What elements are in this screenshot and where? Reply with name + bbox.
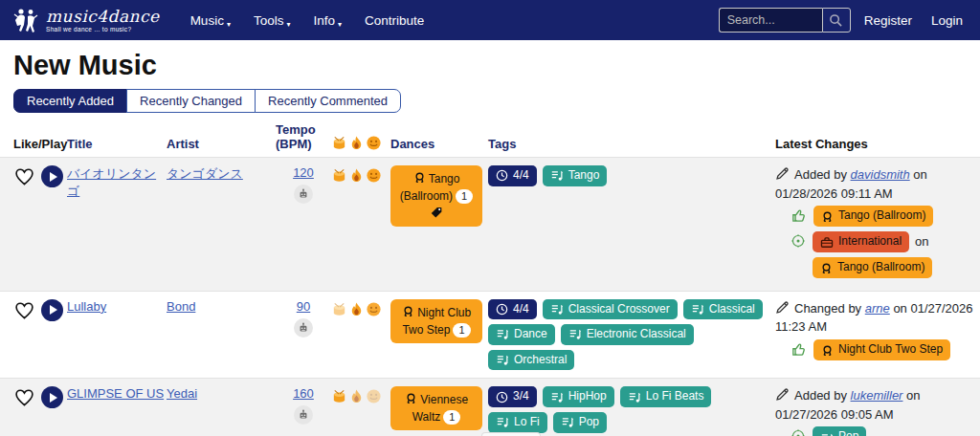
- pagination-button-partial[interactable]: [481, 432, 541, 436]
- play-button[interactable]: [41, 386, 63, 408]
- song-title-link[interactable]: バイオリンタンゴ: [67, 166, 156, 198]
- play-button[interactable]: [41, 299, 63, 321]
- user-link[interactable]: davidsmith: [851, 167, 910, 182]
- robot-icon: [298, 188, 309, 200]
- style-tag-pill[interactable]: International: [813, 231, 909, 252]
- column-header-artist[interactable]: Artist: [167, 137, 276, 151]
- table-row: バイオリンタンゴ タンゴダンス 120 Tango (Ballroom)1 4/…: [0, 157, 980, 291]
- nav-item-info[interactable]: Info▾: [303, 8, 351, 33]
- column-header-latest-changes: Latest Changes: [775, 137, 980, 151]
- tempo-link[interactable]: 160: [293, 386, 314, 401]
- music-tag-pill[interactable]: Pop: [813, 426, 866, 436]
- drum-icon: [331, 167, 347, 184]
- clock-icon: [496, 303, 508, 316]
- nav-item-contribute[interactable]: Contribute: [355, 8, 434, 33]
- page-title: New Music: [13, 50, 980, 81]
- column-header-emojis: [331, 135, 390, 151]
- clock-icon: [496, 391, 508, 403]
- fire-icon: [348, 301, 365, 317]
- table-row: GLIMPSE OF US Yedai 160 Viennese Waltz1 …: [0, 378, 980, 436]
- artist-link[interactable]: Bond: [167, 299, 195, 314]
- dance-tag-pill[interactable]: Night Club Two Step: [813, 339, 950, 360]
- music-tag-pill[interactable]: Electronic Classical: [561, 324, 694, 345]
- column-header-title[interactable]: Title: [67, 137, 167, 151]
- change-entry: InternationalonTango (Ballroom): [775, 231, 974, 278]
- music-tag-pill[interactable]: Lo Fi: [488, 412, 547, 433]
- like-button[interactable]: [13, 387, 35, 407]
- tab-recently-commented[interactable]: Recently Commented: [255, 89, 401, 113]
- tab-group: Recently AddedRecently ChangedRecently C…: [13, 89, 401, 113]
- play-icon: [41, 299, 63, 321]
- nav-item-music[interactable]: Music▾: [181, 8, 240, 33]
- time-tag-pill[interactable]: 4/4: [488, 165, 537, 186]
- music-tag-pill[interactable]: Classical Crossover: [543, 299, 678, 320]
- robot-tempo-badge: [294, 185, 313, 204]
- dance-count-badge: 1: [453, 323, 470, 338]
- music-list-icon: [820, 432, 834, 436]
- song-title-link[interactable]: GLIMPSE OF US: [67, 386, 164, 401]
- music-tag-pill[interactable]: Lo Fi Beats: [620, 386, 712, 407]
- register-link[interactable]: Register: [858, 10, 918, 32]
- change-entry: Pop: [775, 426, 974, 436]
- briefcase-icon: [820, 236, 834, 249]
- table-body: バイオリンタンゴ タンゴダンス 120 Tango (Ballroom)1 4/…: [0, 157, 980, 436]
- music-tag-pill[interactable]: Pop: [553, 412, 607, 433]
- music-tag-pill[interactable]: Orchestral: [488, 350, 574, 371]
- dance-count-badge: 1: [456, 189, 473, 204]
- table-header-row: Like/Play Title Artist Tempo (BPM) Dance…: [0, 113, 980, 157]
- column-header-like-play: Like/Play: [13, 137, 67, 151]
- login-link[interactable]: Login: [925, 10, 969, 32]
- user-link[interactable]: lukemiller: [851, 388, 903, 403]
- brand-link[interactable]: music4dance Shall we dance ... to music?: [11, 7, 160, 33]
- dance-button[interactable]: Night Club Two Step1: [390, 299, 482, 343]
- play-button[interactable]: [41, 165, 63, 187]
- music-tag-pill[interactable]: HipHop: [543, 386, 614, 407]
- tempo-link[interactable]: 90: [297, 299, 310, 314]
- dance-tag-pill[interactable]: Tango (Ballroom): [813, 257, 932, 278]
- robot-tempo-badge: [294, 405, 313, 425]
- search-input[interactable]: [719, 8, 822, 33]
- nav-item-tools[interactable]: Tools▾: [244, 8, 301, 33]
- smiley-icon: [366, 301, 382, 317]
- dance-button[interactable]: Tango (Ballroom)1: [390, 165, 482, 227]
- column-header-dances[interactable]: Dances: [390, 137, 488, 151]
- song-title-link[interactable]: Lullaby: [67, 299, 106, 314]
- brand-name: music4dance: [46, 9, 160, 25]
- dance-button[interactable]: Viennese Waltz1: [390, 386, 482, 430]
- change-entry: Changed by arne on 01/27/2026 11:23 AM: [775, 299, 974, 337]
- search-button[interactable]: [822, 8, 851, 33]
- music-tag-pill[interactable]: Dance: [488, 324, 555, 345]
- dance-tag-pill[interactable]: Tango (Ballroom): [813, 206, 933, 227]
- fire-icon: [348, 167, 365, 184]
- change-entry: Tango (Ballroom): [775, 206, 974, 227]
- tab-recently-added[interactable]: Recently Added: [13, 89, 127, 113]
- music-list-icon: [550, 303, 564, 316]
- column-header-tempo[interactable]: Tempo (BPM): [276, 122, 325, 151]
- artist-link[interactable]: Yedai: [167, 386, 197, 401]
- like-button[interactable]: [13, 166, 35, 186]
- smiley-icon: [366, 388, 382, 404]
- music-list-icon: [550, 169, 564, 182]
- like-button[interactable]: [13, 300, 35, 320]
- dance-count-badge: 1: [443, 410, 460, 425]
- time-tag-pill[interactable]: 4/4: [488, 299, 537, 320]
- drum-icon: [331, 301, 347, 317]
- tab-recently-changed[interactable]: Recently Changed: [126, 89, 256, 113]
- medal-icon: [821, 344, 834, 358]
- robot-icon: [298, 322, 309, 334]
- tempo-link[interactable]: 120: [293, 165, 314, 180]
- column-header-tags[interactable]: Tags: [488, 137, 775, 151]
- pencil-icon: [775, 166, 790, 181]
- artist-link[interactable]: タンゴダンス: [167, 166, 243, 181]
- play-icon: [41, 165, 63, 187]
- nav-menu: Music▾Tools▾Info▾Contribute: [181, 8, 434, 33]
- change-entry: Night Club Two Step: [775, 339, 974, 360]
- smiley-icon: [366, 167, 382, 184]
- time-tag-pill[interactable]: 3/4: [488, 386, 537, 407]
- medal-icon: [405, 392, 417, 405]
- user-link[interactable]: arne: [865, 301, 890, 316]
- search-icon: [829, 13, 843, 28]
- music-tag-pill[interactable]: Classical: [683, 299, 763, 320]
- music-list-icon: [496, 416, 509, 428]
- music-tag-pill[interactable]: Tango: [543, 165, 608, 186]
